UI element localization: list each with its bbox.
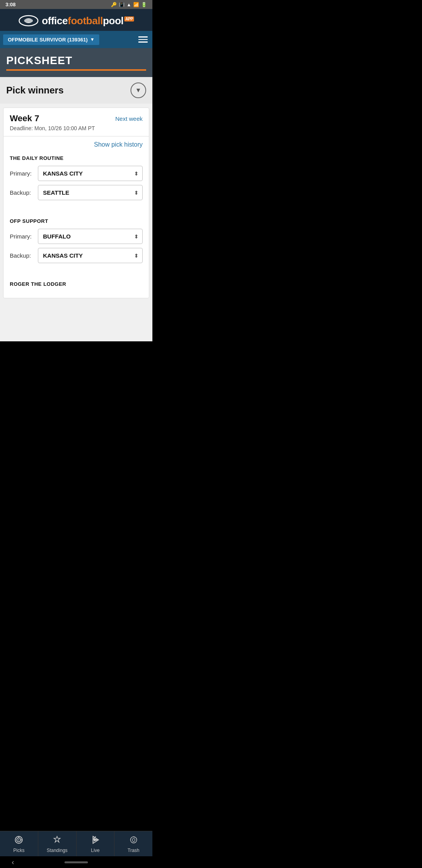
backup-label-2: Backup: <box>10 252 34 259</box>
status-bar: 3:08 🔑 📳 ▲ 📶 🔋 <box>0 0 152 9</box>
wifi-icon: ▲ <box>127 2 131 7</box>
backup-select-1[interactable]: SEATTLE <box>38 185 143 200</box>
signal-icon: 📶 <box>133 2 139 7</box>
primary-select-1[interactable]: KANSAS CITY <box>38 166 143 181</box>
pick-row-ofp-primary: Primary: BUFFALO ⬍ <box>10 229 143 244</box>
primary-select-wrapper-2: BUFFALO ⬍ <box>38 229 143 244</box>
pick-winners-title: Pick winners <box>6 85 64 96</box>
vibrate-icon: 📳 <box>119 2 125 7</box>
pick-row-ofp-backup: Backup: KANSAS CITY ⬍ <box>10 248 143 263</box>
hamburger-line-1 <box>138 36 148 38</box>
contestant-name-2: OFP SUPPORT <box>10 218 143 224</box>
primary-select-wrapper-1: KANSAS CITY ⬍ <box>38 166 143 181</box>
spacer-1 <box>10 210 143 214</box>
time-display: 3:08 <box>5 2 16 7</box>
backup-select-wrapper-2: KANSAS CITY ⬍ <box>38 248 143 263</box>
dropdown-arrow-icon: ▼ <box>90 37 95 42</box>
contestant-section-roger: ROGER THE LODGER <box>10 277 143 298</box>
contestant-section-daily-routine: THE DAILY ROUTINE Primary: KANSAS CITY ⬍… <box>10 151 143 210</box>
pick-row-daily-backup: Backup: SEATTLE ⬍ <box>10 185 143 200</box>
next-week-link[interactable]: Next week <box>115 115 143 122</box>
logo-pool-text: pool <box>103 15 123 27</box>
collapse-button[interactable]: ▼ <box>131 82 146 98</box>
logo: officefootballpoolAPP <box>18 14 134 27</box>
show-pick-history-link[interactable]: Show pick history <box>10 136 143 151</box>
backup-label-1: Backup: <box>10 189 34 196</box>
key-icon: 🔑 <box>111 2 117 7</box>
backup-select-wrapper-1: SEATTLE ⬍ <box>38 185 143 200</box>
week-header: Week 7 Next week <box>10 113 143 124</box>
backup-select-2[interactable]: KANSAS CITY <box>38 248 143 263</box>
content-area: PICKSHEET Pick winners ▼ Week 7 Next wee… <box>0 48 152 341</box>
hamburger-line-2 <box>138 39 148 40</box>
primary-select-2[interactable]: BUFFALO <box>38 229 143 244</box>
status-icons: 🔑 📳 ▲ 📶 🔋 <box>111 2 147 7</box>
pool-name-label: OFPMOBILE SURVIVOR (139361) <box>8 37 88 43</box>
primary-label-1: Primary: <box>10 170 34 177</box>
page-title: PICKSHEET <box>6 54 146 67</box>
contestant-name-3: ROGER THE LODGER <box>10 281 143 287</box>
contestant-section-ofp-support: OFP SUPPORT Primary: BUFFALO ⬍ Backup: K… <box>10 214 143 273</box>
chevron-down-icon: ▼ <box>135 87 141 94</box>
section-title-block: PICKSHEET <box>0 48 152 77</box>
spacer-2 <box>10 273 143 277</box>
pick-winners-header: Pick winners ▼ <box>0 77 152 104</box>
deadline-text: Deadline: Mon, 10/26 10:00 AM PT <box>10 125 143 131</box>
logo-icon <box>18 14 39 27</box>
app-header: officefootballpoolAPP <box>0 9 152 31</box>
logo-wordmark: officefootballpoolAPP <box>42 15 134 27</box>
pick-row-daily-primary: Primary: KANSAS CITY ⬍ <box>10 166 143 181</box>
week-title: Week 7 <box>10 113 39 124</box>
hamburger-menu-button[interactable] <box>137 35 149 44</box>
battery-icon: 🔋 <box>141 2 147 7</box>
logo-football-text: football <box>68 15 103 27</box>
logo-office-text: office <box>42 15 68 27</box>
week-card: Week 7 Next week Deadline: Mon, 10/26 10… <box>3 108 149 298</box>
nav-bar: OFPMOBILE SURVIVOR (139361) ▼ <box>0 31 152 48</box>
contestant-name-1: THE DAILY ROUTINE <box>10 155 143 161</box>
primary-label-2: Primary: <box>10 233 34 240</box>
hamburger-line-3 <box>138 41 148 43</box>
pool-selector-button[interactable]: OFPMOBILE SURVIVOR (139361) ▼ <box>3 34 99 45</box>
orange-accent-bar <box>6 69 146 71</box>
logo-app-badge: APP <box>124 16 134 22</box>
